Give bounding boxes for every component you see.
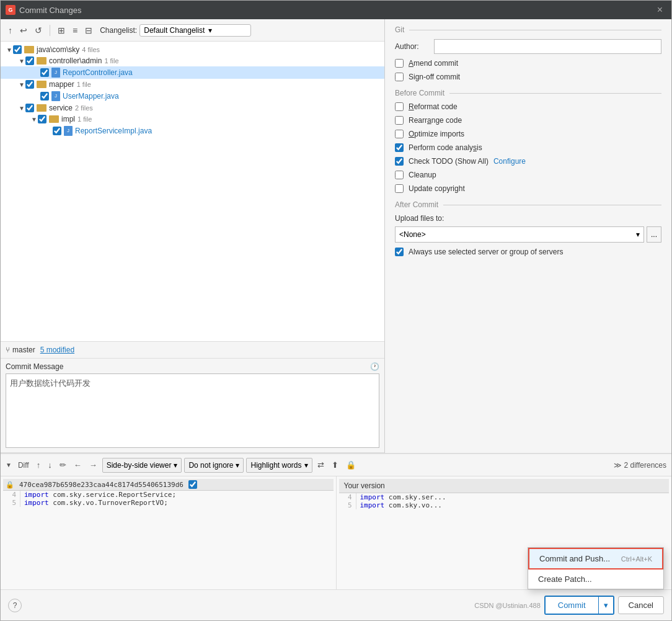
tree-row-5[interactable]: ▼ service 2 files bbox=[1, 102, 384, 114]
cancel-button[interactable]: Cancel bbox=[618, 596, 664, 614]
tree-label-2: ReportController.java bbox=[63, 68, 133, 77]
file-icon-7: J bbox=[64, 126, 73, 136]
diff-header: ▼ Diff ↑ ↓ ✏ ← → Side-by-side viewer ▾ D… bbox=[1, 454, 671, 476]
tree-row-4[interactable]: J UserMapper.java bbox=[1, 90, 384, 102]
right-panel: Git Author: Amend commit Sign-off commit… bbox=[385, 19, 671, 453]
check-todo-checkbox[interactable] bbox=[395, 157, 404, 166]
upload-dropdown[interactable]: <None> ▾ bbox=[395, 226, 644, 243]
ignore-chevron: ▾ bbox=[236, 461, 239, 470]
configure-link[interactable]: Configure bbox=[493, 157, 526, 166]
always-use-label: Always use selected server or group of s… bbox=[409, 248, 563, 256]
grid-btn[interactable]: ⊞ bbox=[55, 24, 68, 37]
amend-commit-checkbox[interactable] bbox=[395, 59, 404, 68]
cleanup-label: Cleanup bbox=[409, 171, 436, 179]
rearrange-checkbox[interactable] bbox=[395, 116, 404, 125]
update-copyright-checkbox[interactable] bbox=[395, 184, 404, 193]
popup-menu: Commit and Push... Ctrl+Alt+K Create Pat… bbox=[528, 547, 664, 589]
highlight-chevron: ▾ bbox=[304, 461, 308, 470]
popup-commit-push[interactable]: Commit and Push... Ctrl+Alt+K bbox=[528, 548, 663, 570]
diff-toggle[interactable]: ▼ bbox=[6, 462, 12, 468]
changelist-dropdown[interactable]: Default Changelist ▾ bbox=[139, 24, 251, 37]
arrow-0: ▼ bbox=[6, 47, 13, 53]
update-copyright-row: Update copyright bbox=[395, 184, 661, 193]
signoff-commit-checkbox[interactable] bbox=[395, 73, 404, 81]
ignore-label: Do not ignore bbox=[188, 461, 233, 470]
upload-more-btn[interactable]: ... bbox=[647, 226, 661, 243]
author-input[interactable] bbox=[434, 39, 661, 54]
tree-row-2[interactable]: J ReportController.java bbox=[1, 66, 384, 79]
modified-count[interactable]: 5 modified bbox=[40, 346, 74, 354]
before-commit-title: Before Commit bbox=[395, 89, 661, 97]
tree-row-7[interactable]: J ReportServiceImpl.java bbox=[1, 125, 384, 137]
close-button[interactable]: × bbox=[653, 3, 666, 17]
tree-row-1[interactable]: ▼ controller\admin 1 file bbox=[1, 55, 384, 66]
checkbox-1[interactable] bbox=[25, 56, 34, 65]
diff-right-btn[interactable]: → bbox=[87, 459, 100, 471]
diff-check[interactable] bbox=[188, 480, 197, 489]
tree-count-0: 4 files bbox=[82, 46, 100, 53]
diff-file-row-right: Your version bbox=[339, 479, 670, 493]
checkbox-7[interactable] bbox=[53, 127, 61, 135]
diff-icon-btn-1[interactable]: ⇄ bbox=[315, 459, 327, 471]
viewer-dropdown[interactable]: Side-by-side viewer ▾ bbox=[102, 458, 182, 473]
diff-up-btn[interactable]: ↑ bbox=[34, 459, 43, 471]
always-use-row: Always use selected server or group of s… bbox=[395, 248, 661, 256]
redo-btn[interactable]: ↺ bbox=[32, 24, 45, 37]
file-tree[interactable]: ▼ java\com\sky 4 files ▼ controller\admi… bbox=[1, 42, 384, 341]
diff-down-btn[interactable]: ↓ bbox=[45, 459, 55, 471]
tree-count-5: 2 files bbox=[75, 104, 93, 112]
diff-icon-btn-3[interactable]: 🔒 bbox=[343, 459, 358, 471]
commit-button[interactable]: Commit bbox=[546, 597, 598, 614]
commit-message-area: Commit Message 🕐 用户数据统计代码开发 bbox=[1, 359, 384, 453]
commit-dropdown-btn[interactable]: ▾ bbox=[598, 597, 613, 614]
changelist-value: Default Changelist bbox=[144, 26, 205, 35]
tree-row-3[interactable]: ▼ mapper 1 file bbox=[1, 79, 384, 90]
cleanup-checkbox[interactable] bbox=[395, 171, 404, 179]
diff-icon-btn-2[interactable]: ⬆ bbox=[329, 459, 341, 471]
reformat-label: Reformat code bbox=[409, 102, 458, 111]
tree-row-0[interactable]: ▼ java\com\sky 4 files bbox=[1, 44, 384, 55]
viewer-chevron: ▾ bbox=[174, 461, 177, 470]
highlight-dropdown[interactable]: Highlight words ▾ bbox=[246, 458, 312, 473]
list-btn[interactable]: ≡ bbox=[70, 24, 80, 37]
arrow-up-btn[interactable]: ↑ bbox=[6, 24, 15, 37]
ignore-dropdown[interactable]: Do not ignore ▾ bbox=[184, 458, 244, 473]
checkbox-5[interactable] bbox=[25, 104, 34, 112]
checkbox-3[interactable] bbox=[25, 80, 34, 89]
list2-btn[interactable]: ⊟ bbox=[82, 24, 95, 37]
reformat-checkbox[interactable] bbox=[395, 102, 404, 111]
amend-commit-row: Amend commit bbox=[395, 59, 661, 68]
checkbox-4[interactable] bbox=[40, 92, 49, 101]
always-use-checkbox[interactable] bbox=[395, 248, 404, 256]
optimize-checkbox[interactable] bbox=[395, 130, 404, 138]
left-panel: ↑ ↩ ↺ ⊞ ≡ ⊟ Changelist: Default Changeli… bbox=[1, 19, 385, 453]
commit-message-input[interactable]: 用户数据统计代码开发 bbox=[6, 373, 379, 448]
main-content: ↑ ↩ ↺ ⊞ ≡ ⊟ Changelist: Default Changeli… bbox=[1, 19, 671, 453]
arrow-6: ▼ bbox=[30, 116, 38, 123]
checkbox-2[interactable] bbox=[40, 68, 49, 77]
folder-icon-3 bbox=[37, 81, 46, 88]
highlight-label: Highlight words bbox=[250, 461, 301, 470]
undo-btn[interactable]: ↩ bbox=[17, 24, 30, 37]
popup-create-patch[interactable]: Create Patch... bbox=[528, 570, 663, 589]
checkbox-6[interactable] bbox=[38, 115, 46, 123]
diff-edit-btn[interactable]: ✏ bbox=[57, 459, 69, 471]
diff-left: 🔒 470cea987b6598e233caa44c8174d554065139… bbox=[1, 476, 337, 589]
bottom-bar: ? CSDN @Ustinian.488 Commit ▾ Cancel bbox=[1, 589, 671, 620]
diff-left-btn[interactable]: ← bbox=[71, 459, 84, 471]
tree-count-1: 1 file bbox=[104, 57, 118, 65]
diff-version-label: Your version bbox=[342, 480, 387, 491]
check-todo-row: Check TODO (Show All) Configure bbox=[395, 157, 661, 166]
git-section-title: Git bbox=[395, 25, 661, 34]
amend-commit-label: Amend commit bbox=[409, 59, 458, 68]
help-button[interactable]: ? bbox=[8, 599, 22, 612]
tree-row-6[interactable]: ▼ impl 1 file bbox=[1, 114, 384, 125]
after-commit-title: After Commit bbox=[395, 200, 661, 209]
popup-commit-push-label: Commit and Push... bbox=[539, 554, 610, 563]
perform-row: Perform code analysis bbox=[395, 143, 661, 152]
checkbox-0[interactable] bbox=[13, 45, 22, 54]
perform-checkbox[interactable] bbox=[395, 143, 404, 152]
after-commit-section: After Commit Upload files to: <None> ▾ .… bbox=[395, 200, 661, 256]
csdn-watermark: CSDN @Ustinian.488 bbox=[474, 602, 541, 609]
folder-icon-0 bbox=[24, 46, 34, 53]
